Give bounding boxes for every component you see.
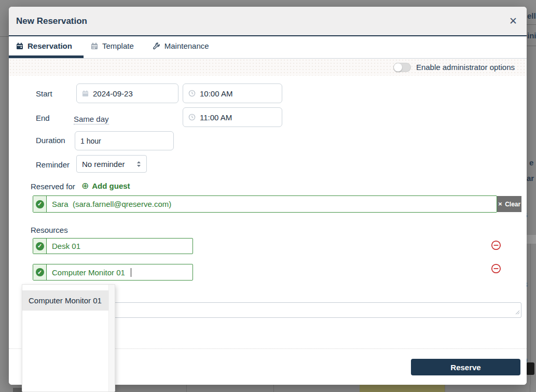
background-text-fragment: inis	[527, 31, 536, 40]
duration-value: 1 hour	[80, 137, 101, 145]
tab-template[interactable]: Template	[84, 36, 145, 58]
resource-input[interactable]: ✓ Computer Monitor 01	[33, 264, 193, 281]
valid-addon: ✓	[33, 264, 47, 280]
check-circle-icon: ✓	[36, 200, 44, 208]
start-label: Start	[36, 89, 52, 98]
chevron-up-down-icon	[136, 161, 141, 167]
calendar-icon	[16, 43, 23, 50]
reserved-for-label: Reserved for	[31, 182, 75, 191]
background-grid-line	[530, 385, 530, 392]
resource-value: Computer Monitor 01	[47, 264, 130, 280]
end-label: End	[36, 114, 50, 122]
background-dark-element	[526, 362, 534, 375]
background-event-cell	[360, 385, 445, 392]
valid-addon: ✓	[33, 196, 47, 212]
reserved-user-value: Sara (sara.farnell@qreserve.com)	[47, 196, 176, 212]
resource-autocomplete-dropdown: Computer Monitor 01	[22, 284, 115, 392]
check-circle-icon: ✓	[36, 242, 44, 250]
start-date-value: 2024-09-23	[93, 89, 133, 98]
end-time-value: 11:00 AM	[200, 113, 232, 122]
text-cursor	[131, 268, 131, 277]
screen: ella inis e ar 6 8 0 New Reservation ✕ R…	[0, 0, 536, 392]
resize-handle-icon[interactable]	[515, 307, 520, 316]
tab-maintenance[interactable]: Maintenance	[145, 36, 221, 58]
background-grid-line	[445, 385, 445, 392]
tab-label: Reservation	[28, 41, 72, 50]
resource-input[interactable]: ✓ Desk 01	[33, 238, 193, 254]
close-icon[interactable]: ✕	[509, 16, 517, 26]
clock-icon	[188, 114, 196, 121]
dropdown-scrollbar[interactable]	[108, 285, 115, 391]
reminder-label: Reminder	[36, 160, 70, 169]
reminder-value: No reminder	[82, 160, 125, 169]
dropdown-option[interactable]: Computer Monitor 01	[22, 290, 109, 311]
remove-resource-icon[interactable]	[491, 240, 501, 250]
tab-reservation[interactable]: Reservation	[9, 36, 84, 58]
background-text-fragment: ella	[527, 11, 536, 20]
clear-button[interactable]: ✕ Clear	[497, 196, 521, 212]
admin-options-toggle[interactable]	[393, 63, 411, 72]
valid-addon: ✓	[33, 239, 47, 254]
check-circle-icon: ✓	[36, 268, 44, 276]
end-time-input[interactable]: 11:00 AM	[183, 107, 282, 127]
admin-options-label: Enable administrator options	[416, 63, 515, 72]
modal-header: New Reservation ✕	[9, 7, 527, 36]
duration-label: Duration	[36, 136, 65, 145]
toggle-knob	[394, 63, 402, 72]
resources-label: Resources	[31, 226, 68, 234]
duration-input[interactable]: 1 hour	[75, 131, 174, 150]
calendar-icon	[91, 43, 98, 50]
clear-label: Clear	[505, 201, 520, 208]
start-time-input[interactable]: 10:00 AM	[183, 83, 282, 103]
reserved-user-input[interactable]: ✓ Sara (sara.farnell@qreserve.com)	[33, 195, 497, 213]
add-guest-button[interactable]: ⊕ Add guest	[81, 181, 130, 190]
start-date-input[interactable]: 2024-09-23	[76, 83, 178, 103]
background-divider	[0, 36, 9, 37]
background-grid-line	[273, 385, 274, 392]
reserve-button[interactable]: Reserve	[411, 359, 520, 375]
remove-resource-icon[interactable]	[491, 263, 501, 274]
same-day-link[interactable]: Same day	[74, 115, 109, 124]
background-text-fragment: e	[529, 158, 533, 167]
calendar-icon	[82, 90, 89, 97]
wrench-icon	[153, 42, 160, 50]
resource-value: Desk 01	[47, 239, 86, 254]
tab-label: Maintenance	[164, 41, 209, 50]
tab-bar: Reservation Template Maintenance	[9, 36, 527, 59]
modal-title: New Reservation	[16, 16, 87, 26]
tab-label: Template	[102, 41, 134, 50]
admin-options-row: Enable administrator options	[9, 59, 527, 76]
clear-x-icon: ✕	[498, 201, 502, 207]
start-time-value: 10:00 AM	[200, 89, 232, 98]
background-divider	[527, 46, 536, 46]
reminder-select[interactable]: No reminder	[76, 155, 147, 173]
add-guest-label: Add guest	[92, 181, 130, 190]
clock-icon	[188, 90, 196, 97]
background-text-fragment: ar	[527, 174, 534, 183]
plus-circle-icon: ⊕	[81, 181, 89, 190]
background-grid-line	[186, 385, 187, 392]
background-divider	[527, 24, 536, 25]
